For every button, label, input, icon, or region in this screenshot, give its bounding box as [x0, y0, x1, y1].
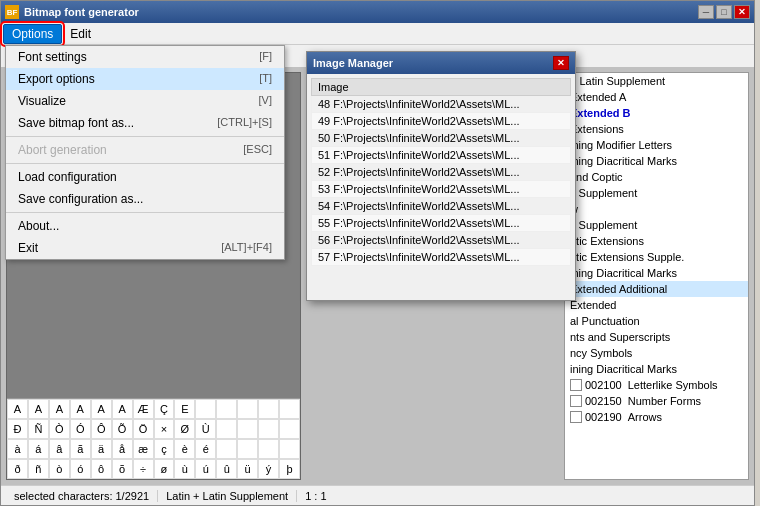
char-cell[interactable]: [237, 419, 258, 439]
char-cell[interactable]: ñ: [28, 459, 49, 479]
char-list-item[interactable]: + Latin Supplement: [565, 73, 748, 89]
char-cell[interactable]: ô: [91, 459, 112, 479]
table-row[interactable]: 49 F:\Projects\InfiniteWorld2\Assets\ML.…: [312, 113, 571, 130]
minimize-button[interactable]: ─: [698, 5, 714, 19]
char-list-item[interactable]: and Coptic: [565, 169, 748, 185]
char-cell[interactable]: Ô: [91, 419, 112, 439]
char-cell[interactable]: A: [112, 399, 133, 419]
char-list-item[interactable]: w: [565, 201, 748, 217]
char-list-item[interactable]: ining Modifier Letters: [565, 137, 748, 153]
table-row[interactable]: 52 F:\Projects\InfiniteWorld2\Assets\ML.…: [312, 164, 571, 181]
table-row[interactable]: 51 F:\Projects\InfiniteWorld2\Assets\ML.…: [312, 147, 571, 164]
char-cell[interactable]: Ò: [49, 419, 70, 439]
char-cell[interactable]: [258, 419, 279, 439]
char-cell[interactable]: ø: [154, 459, 175, 479]
char-cell[interactable]: [216, 439, 237, 459]
char-list-item-extended-additional[interactable]: Extended Additional: [565, 281, 748, 297]
char-cell[interactable]: A: [28, 399, 49, 419]
char-cell[interactable]: ä: [91, 439, 112, 459]
char-cell[interactable]: [279, 439, 300, 459]
char-cell[interactable]: õ: [112, 459, 133, 479]
char-cell[interactable]: Ö: [133, 419, 154, 439]
char-list-item[interactable]: etic Extensions Supple.: [565, 249, 748, 265]
char-cell[interactable]: [237, 399, 258, 419]
menu-options[interactable]: Options: [3, 24, 62, 44]
char-cell[interactable]: ç: [154, 439, 175, 459]
char-cell[interactable]: ú: [195, 459, 216, 479]
char-cell[interactable]: ü: [237, 459, 258, 479]
dropdown-save-config[interactable]: Save configuration as...: [6, 188, 284, 210]
char-cell[interactable]: â: [49, 439, 70, 459]
char-cell[interactable]: Õ: [112, 419, 133, 439]
char-cell[interactable]: A: [49, 399, 70, 419]
char-cell[interactable]: [195, 399, 216, 419]
char-cell[interactable]: ý: [258, 459, 279, 479]
char-cell[interactable]: [216, 419, 237, 439]
char-list-checkbox-letterlike[interactable]: 002100 Letterlike Symbols: [565, 377, 748, 393]
char-cell[interactable]: ù: [174, 459, 195, 479]
char-list-item[interactable]: al Punctuation: [565, 313, 748, 329]
close-button[interactable]: ✕: [734, 5, 750, 19]
char-list-item[interactable]: Extended: [565, 297, 748, 313]
char-list-item[interactable]: Extended A: [565, 89, 748, 105]
char-cell[interactable]: ×: [154, 419, 175, 439]
char-list-item[interactable]: nts and Superscripts: [565, 329, 748, 345]
table-row[interactable]: 53 F:\Projects\InfiniteWorld2\Assets\ML.…: [312, 181, 571, 198]
char-cell[interactable]: á: [28, 439, 49, 459]
table-row[interactable]: 54 F:\Projects\InfiniteWorld2\Assets\ML.…: [312, 198, 571, 215]
table-row[interactable]: 55 F:\Projects\InfiniteWorld2\Assets\ML.…: [312, 215, 571, 232]
dropdown-export-options[interactable]: Export options [T]: [6, 68, 284, 90]
char-cell[interactable]: A: [91, 399, 112, 419]
char-list-item[interactable]: Extensions: [565, 121, 748, 137]
char-cell[interactable]: è: [174, 439, 195, 459]
char-cell[interactable]: û: [216, 459, 237, 479]
char-cell[interactable]: à: [7, 439, 28, 459]
dropdown-save-bitmap[interactable]: Save bitmap font as... [CTRL]+[S]: [6, 112, 284, 134]
char-cell[interactable]: E: [174, 399, 195, 419]
char-cell[interactable]: [258, 439, 279, 459]
menu-edit[interactable]: Edit: [62, 25, 99, 43]
table-row[interactable]: 48 F:\Projects\InfiniteWorld2\Assets\ML.…: [312, 96, 571, 113]
char-list-checkbox-number-forms[interactable]: 002150 Number Forms: [565, 393, 748, 409]
dropdown-about[interactable]: About...: [6, 215, 284, 237]
char-list-item[interactable]: c Supplement: [565, 217, 748, 233]
table-row[interactable]: 57 F:\Projects\InfiniteWorld2\Assets\ML.…: [312, 249, 571, 266]
char-cell[interactable]: ò: [49, 459, 70, 479]
char-cell[interactable]: [279, 399, 300, 419]
char-list-checkbox-arrows[interactable]: 002190 Arrows: [565, 409, 748, 425]
dialog-close-button[interactable]: ✕: [553, 56, 569, 70]
char-cell[interactable]: ð: [7, 459, 28, 479]
char-list-item[interactable]: etic Extensions: [565, 233, 748, 249]
char-cell[interactable]: å: [112, 439, 133, 459]
table-row[interactable]: 50 F:\Projects\InfiniteWorld2\Assets\ML.…: [312, 130, 571, 147]
char-cell[interactable]: [258, 399, 279, 419]
char-cell[interactable]: ó: [70, 459, 91, 479]
checkbox-number-forms[interactable]: [570, 395, 582, 407]
checkbox-letterlike[interactable]: [570, 379, 582, 391]
char-cell[interactable]: [279, 419, 300, 439]
char-cell[interactable]: Ç: [154, 399, 175, 419]
char-list-item[interactable]: ining Diacritical Marks: [565, 153, 748, 169]
char-cell[interactable]: A: [7, 399, 28, 419]
char-cell[interactable]: Ó: [70, 419, 91, 439]
char-cell[interactable]: Æ: [133, 399, 154, 419]
char-cell[interactable]: [216, 399, 237, 419]
char-list-item[interactable]: ining Diacritical Marks: [565, 265, 748, 281]
checkbox-arrows[interactable]: [570, 411, 582, 423]
char-list-item[interactable]: ncy Symbols: [565, 345, 748, 361]
dropdown-exit[interactable]: Exit [ALT]+[F4]: [6, 237, 284, 259]
dropdown-font-settings[interactable]: Font settings [F]: [6, 46, 284, 68]
char-cell[interactable]: A: [70, 399, 91, 419]
dropdown-load-config[interactable]: Load configuration: [6, 166, 284, 188]
char-cell[interactable]: ã: [70, 439, 91, 459]
maximize-button[interactable]: □: [716, 5, 732, 19]
char-cell[interactable]: æ: [133, 439, 154, 459]
table-row[interactable]: 56 F:\Projects\InfiniteWorld2\Assets\ML.…: [312, 232, 571, 249]
dropdown-visualize[interactable]: Visualize [V]: [6, 90, 284, 112]
char-cell[interactable]: þ: [279, 459, 300, 479]
char-cell[interactable]: Ð: [7, 419, 28, 439]
char-cell[interactable]: Ù: [195, 419, 216, 439]
char-cell[interactable]: ÷: [133, 459, 154, 479]
char-list-item[interactable]: ining Diacritical Marks: [565, 361, 748, 377]
char-cell[interactable]: Ø: [174, 419, 195, 439]
